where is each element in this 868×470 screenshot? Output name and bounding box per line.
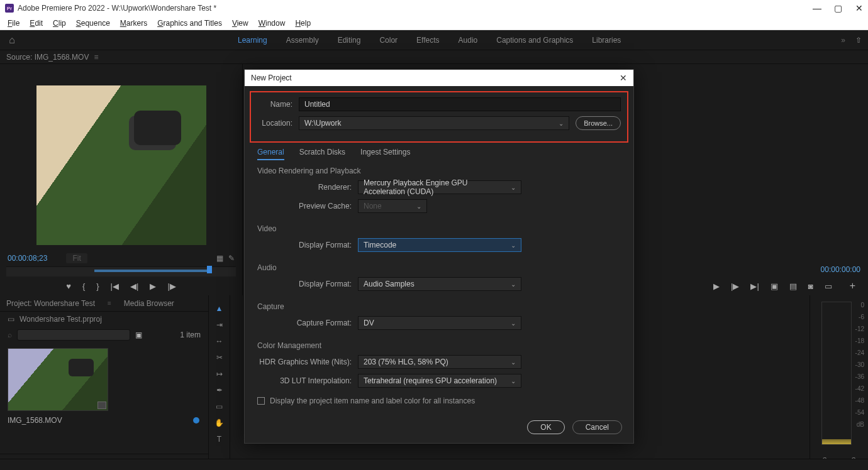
prg-export-frame-icon[interactable]: ◙ bbox=[808, 281, 813, 291]
search-icon[interactable]: ⌕ bbox=[8, 331, 12, 339]
step-fwd-icon[interactable]: |▶ bbox=[167, 281, 175, 291]
clip-thumbnail[interactable] bbox=[8, 348, 108, 411]
lut-interpolation-dropdown[interactable]: Tetrahedral (requires GPU acceleration)⌄ bbox=[358, 374, 521, 388]
workspace-tab-audio[interactable]: Audio bbox=[459, 36, 478, 45]
slip-tool-icon[interactable]: ↦ bbox=[216, 369, 223, 378]
source-wrench-icon[interactable]: ✎ bbox=[228, 254, 235, 263]
prg-goto-out-icon[interactable]: ▶| bbox=[750, 281, 759, 291]
tools-panel: ▲ ⇥ ↔ ✂ ↦ ✒ ▭ ✋ T bbox=[209, 295, 230, 470]
audio-meters: 0 -6 -12 -18 -24 -30 -36 -42 -48 -54 dB … bbox=[810, 295, 868, 470]
prg-play-icon[interactable]: ▶ bbox=[713, 281, 720, 291]
tab-media-browser[interactable]: Media Browser bbox=[124, 299, 174, 308]
workspace-tab-color[interactable]: Color bbox=[379, 36, 398, 45]
type-tool-icon[interactable]: T bbox=[217, 435, 221, 444]
marker-icon[interactable]: ♥ bbox=[66, 281, 71, 291]
prg-compare-icon[interactable]: ▭ bbox=[825, 281, 832, 291]
meter-tick: -12 bbox=[855, 325, 864, 332]
close-window-button[interactable]: ✕ bbox=[855, 3, 863, 13]
menu-window[interactable]: Window bbox=[255, 18, 289, 29]
maximize-button[interactable]: ▢ bbox=[834, 3, 842, 13]
clip-name[interactable]: IMG_1568.MOV bbox=[8, 416, 62, 425]
hand-tool-icon[interactable]: ✋ bbox=[214, 418, 224, 427]
dialog-close-icon[interactable]: ✕ bbox=[620, 73, 627, 83]
minimize-button[interactable]: — bbox=[813, 3, 820, 13]
section-capture-header: Capture bbox=[257, 302, 621, 311]
chevron-down-icon: ⌄ bbox=[416, 203, 421, 210]
source-timeline-ruler[interactable] bbox=[6, 266, 236, 276]
track-select-tool-icon[interactable]: ⇥ bbox=[216, 320, 223, 329]
filter-bin-icon[interactable]: ▣ bbox=[135, 331, 142, 339]
play-icon[interactable]: ▶ bbox=[150, 281, 156, 291]
window-title: Adobe Premiere Pro 2022 - W:\Upwork\Wond… bbox=[18, 4, 216, 13]
browse-button[interactable]: Browse... bbox=[576, 116, 621, 130]
clip-label-color[interactable] bbox=[193, 417, 199, 424]
project-filename: Wondershare Test.prproj bbox=[19, 315, 102, 324]
display-item-name-checkbox[interactable] bbox=[257, 397, 265, 405]
workspace-tab-assembly[interactable]: Assembly bbox=[286, 36, 319, 45]
mark-out-icon[interactable]: } bbox=[96, 281, 99, 291]
menu-file[interactable]: File bbox=[4, 18, 23, 29]
meter-tick: dB bbox=[857, 421, 864, 428]
chevron-down-icon: ⌄ bbox=[511, 359, 516, 366]
selection-tool-icon[interactable]: ▲ bbox=[216, 304, 223, 313]
capture-format-dropdown[interactable]: DV⌄ bbox=[358, 316, 521, 330]
workspace-tab-editing[interactable]: Editing bbox=[338, 36, 361, 45]
meter-tick: 0 bbox=[860, 302, 864, 309]
rectangle-tool-icon[interactable]: ▭ bbox=[216, 402, 223, 411]
source-settings-icon[interactable]: ▦ bbox=[216, 254, 223, 263]
share-icon[interactable]: ⇧ bbox=[849, 36, 868, 45]
prg-extract-icon[interactable]: ▤ bbox=[789, 281, 797, 291]
clip-badge-icon bbox=[97, 402, 106, 409]
pen-tool-icon[interactable]: ✒ bbox=[216, 386, 223, 395]
step-back-icon[interactable]: ◀| bbox=[130, 281, 138, 291]
renderer-dropdown[interactable]: Mercury Playback Engine GPU Acceleration… bbox=[358, 180, 521, 194]
workspace-tab-captions[interactable]: Captions and Graphics bbox=[496, 36, 573, 45]
audio-display-format-dropdown[interactable]: Audio Samples⌄ bbox=[358, 277, 521, 291]
workspace-tab-effects[interactable]: Effects bbox=[416, 36, 439, 45]
menu-markers[interactable]: Markers bbox=[116, 18, 151, 29]
source-zoom-fit[interactable]: Fit bbox=[66, 253, 87, 263]
mark-in-icon[interactable]: { bbox=[82, 281, 85, 291]
razor-tool-icon[interactable]: ✂ bbox=[216, 353, 223, 362]
video-display-format-dropdown[interactable]: Timecode⌄ bbox=[358, 238, 521, 252]
source-panel-title: Source: IMG_1568.MOV bbox=[6, 53, 89, 62]
lut-interpolation-label: 3D LUT Interpolation: bbox=[257, 376, 352, 385]
chevron-down-icon: ⌄ bbox=[559, 120, 564, 127]
meter-tick: -36 bbox=[855, 373, 864, 380]
cancel-button[interactable]: Cancel bbox=[572, 420, 622, 434]
audio-df-label: Display Format: bbox=[257, 280, 352, 288]
ripple-tool-icon[interactable]: ↔ bbox=[216, 337, 223, 346]
tab-project[interactable]: Project: Wondershare Test bbox=[6, 299, 95, 308]
menu-help[interactable]: Help bbox=[291, 18, 314, 29]
source-timecode[interactable]: 00:00:08;23 bbox=[8, 254, 47, 263]
menu-view[interactable]: View bbox=[228, 18, 252, 29]
tab-project-menu-icon[interactable]: ≡ bbox=[108, 300, 111, 307]
workspace-tab-libraries[interactable]: Libraries bbox=[592, 36, 621, 45]
menu-clip[interactable]: Clip bbox=[49, 18, 70, 29]
ok-button[interactable]: OK bbox=[527, 420, 564, 434]
home-icon[interactable]: ⌂ bbox=[3, 35, 21, 46]
workspace-tab-learning[interactable]: Learning bbox=[238, 36, 267, 45]
source-panel-menu-icon[interactable]: ≡ bbox=[94, 53, 98, 62]
tab-ingest-settings[interactable]: Ingest Settings bbox=[360, 148, 410, 160]
prg-button-editor-icon[interactable]: + bbox=[850, 280, 855, 292]
go-to-in-icon[interactable]: |◀ bbox=[111, 281, 119, 291]
hdr-white-label: HDR Graphics White (Nits): bbox=[257, 358, 352, 366]
bin-icon: ▭ bbox=[8, 315, 14, 324]
menu-graphics[interactable]: Graphics and Titles bbox=[153, 18, 226, 29]
tab-scratch-disks[interactable]: Scratch Disks bbox=[299, 148, 345, 160]
program-timecode[interactable]: 00:00:00:00 bbox=[821, 265, 860, 274]
prg-lift-icon[interactable]: ▣ bbox=[771, 281, 778, 291]
project-search-input[interactable] bbox=[17, 329, 130, 341]
workspace-overflow-icon[interactable]: » bbox=[837, 36, 849, 45]
project-location-dropdown[interactable]: W:\Upwork⌄ bbox=[299, 116, 569, 130]
meter-tick: -30 bbox=[855, 361, 864, 368]
menu-edit[interactable]: Edit bbox=[26, 18, 47, 29]
tab-general[interactable]: General bbox=[257, 148, 284, 160]
menu-sequence[interactable]: Sequence bbox=[72, 18, 114, 29]
source-preview[interactable] bbox=[36, 85, 206, 245]
item-count: 1 item bbox=[180, 331, 201, 339]
hdr-white-dropdown[interactable]: 203 (75% HLG, 58% PQ)⌄ bbox=[358, 355, 521, 369]
project-name-input[interactable]: Untitled bbox=[299, 97, 621, 111]
prg-step-fwd-icon[interactable]: |▶ bbox=[731, 281, 739, 291]
